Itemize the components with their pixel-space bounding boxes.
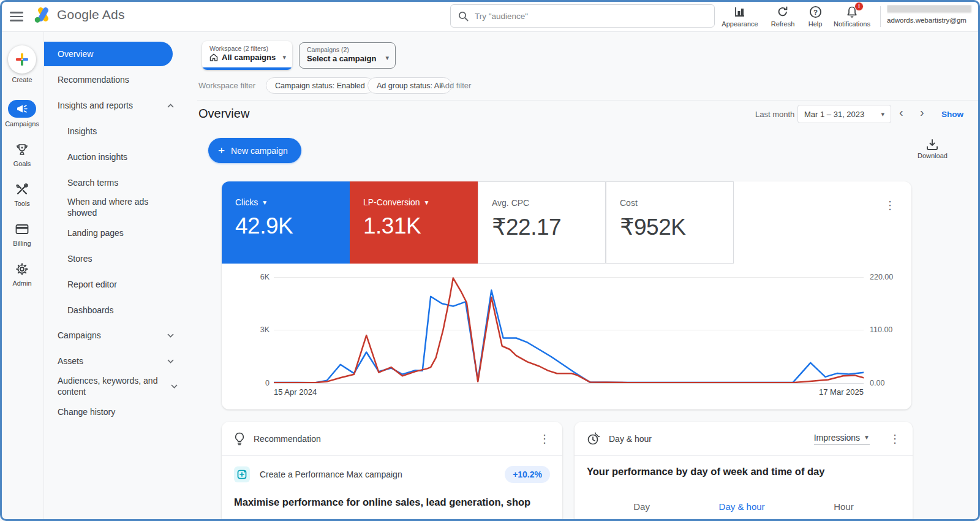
performance-chart-svg [274, 277, 864, 383]
menu-icon[interactable] [10, 9, 23, 23]
chevron-down-icon [167, 359, 174, 363]
nav-item-auction-insights[interactable]: Auction insights [44, 152, 191, 162]
performance-max-icon [234, 466, 250, 482]
workspace-filter-dropdown[interactable]: Workspace (2 filters) All campaigns ▾ [202, 41, 292, 70]
lightbulb-icon [234, 432, 245, 446]
nav-label: Audiences, keywords, and content [58, 375, 168, 397]
day-hour-card: Day & hour Impressions ▼ ⋮ Your performa… [575, 422, 913, 521]
global-search[interactable] [450, 4, 715, 28]
rail-label-campaigns: Campaigns [0, 120, 44, 127]
notifications-button[interactable]: ! Notifications [831, 4, 873, 28]
day-hour-tabs: Day Day & hour Hour [575, 499, 913, 514]
rail-item-campaigns[interactable]: Campaigns [0, 100, 44, 127]
date-prev-button[interactable]: ‹ [899, 105, 903, 120]
new-campaign-button[interactable]: + New campaign [208, 138, 301, 163]
nav-item-recommendations[interactable]: Recommendations [44, 75, 191, 85]
date-next-button[interactable]: › [920, 105, 924, 120]
nav-item-report-editor[interactable]: Report editor [44, 280, 191, 289]
date-range-value: Mar 1 – 31, 2023 [804, 110, 864, 119]
caret-down-icon: ▼ [424, 199, 430, 206]
kebab-menu-icon[interactable]: ⋮ [884, 200, 895, 211]
nav-label: Dashboards [67, 305, 114, 315]
day-hour-card-header: Day & hour Impressions ▼ ⋮ [575, 422, 913, 456]
metric-tile-cost[interactable]: Cost ₹952K [606, 181, 734, 264]
show-link[interactable]: Show [941, 110, 963, 119]
tab-day-and-hour[interactable]: Day & hour [713, 499, 771, 514]
metric-tile-avg-cpc[interactable]: Avg. CPC ₹22.17 [478, 181, 606, 264]
nav-section-assets[interactable]: Assets [44, 356, 191, 366]
account-name-redacted [887, 5, 971, 13]
chevron-down-icon [167, 333, 174, 338]
appearance-button[interactable]: Appearance [718, 4, 761, 28]
create-plus-icon [8, 45, 36, 74]
tools-icon [0, 181, 44, 197]
clock-icon [587, 432, 600, 446]
recommendation-item[interactable]: Create a Performance Max campaign +10.2% [234, 466, 550, 483]
nav-panel: Overview Recommendations Insights and re… [44, 32, 197, 521]
kebab-menu-icon[interactable]: ⋮ [539, 433, 550, 444]
metric-select-dropdown[interactable]: Impressions ▼ [814, 433, 870, 445]
workspace-filter-row-label: Workspace filter [198, 81, 255, 90]
x-axis-end-label: 17 Mar 2025 [741, 387, 864, 397]
nav-item-when-and-where-ads-showed[interactable]: When and where ads showed [44, 196, 191, 218]
caret-down-icon: ▼ [864, 434, 870, 441]
campaign-select-dropdown[interactable]: Campaigns (2) Select a campaign ▾ [299, 42, 396, 69]
nav-item-search-terms[interactable]: Search terms [44, 178, 191, 188]
campaign-select-value: Select a campaign [307, 54, 395, 63]
y-axis-tick-right: 110.00 [870, 325, 892, 334]
add-filter-button[interactable]: Add filter [440, 81, 471, 90]
rail-item-admin[interactable]: Admin [0, 261, 44, 287]
y-axis-tick-right: 220.00 [870, 273, 893, 281]
caret-down-icon: ▾ [881, 110, 884, 118]
appearance-label: Appearance [718, 20, 761, 28]
nav-section-insights-and-reports[interactable]: Insights and reports [44, 101, 191, 110]
metric-tile-clicks[interactable]: Clicks▼ 42.9K [222, 181, 350, 264]
nav-label: Auction insights [67, 152, 127, 162]
nav-item-insights[interactable]: Insights [44, 126, 191, 136]
caret-down-icon: ▾ [385, 54, 389, 62]
date-period-label: Last month [755, 110, 794, 119]
rail-item-goals[interactable]: Goals [0, 142, 44, 167]
metric-value: 42.9K [235, 213, 350, 239]
notification-badge: ! [854, 2, 864, 11]
rail-item-billing[interactable]: Billing [0, 221, 44, 247]
chevron-down-icon [171, 384, 178, 389]
billing-card-icon [0, 221, 44, 237]
gridline-0 [274, 383, 864, 384]
account-email: adwords.webartistry@gm [887, 17, 980, 24]
google-ads-logo-icon [33, 6, 51, 23]
date-range-picker[interactable]: Mar 1 – 31, 2023 ▾ [797, 105, 891, 123]
search-icon [458, 11, 469, 21]
rail-item-tools[interactable]: Tools [0, 181, 44, 207]
metric-tile-lp-conversion[interactable]: LP-Conversion▼ 1.31K [350, 181, 478, 264]
nav-item-overview[interactable]: Overview [44, 42, 173, 66]
page-title: Overview [198, 107, 249, 121]
nav-section-campaigns[interactable]: Campaigns [44, 330, 191, 340]
search-input[interactable] [475, 12, 707, 21]
workspace-filter-value: All campaigns [222, 53, 276, 62]
metric-label: Avg. CPC [492, 198, 529, 208]
topbar-divider [880, 6, 881, 27]
rail-item-create[interactable]: Create [0, 45, 44, 83]
account-menu[interactable]: adwords.webartistry@gm [887, 5, 980, 24]
tab-day[interactable]: Day [627, 499, 656, 514]
nav-label: Change history [58, 407, 115, 417]
nav-item-dashboards[interactable]: Dashboards [44, 305, 191, 315]
nav-section-audiences[interactable]: Audiences, keywords, and content [44, 375, 191, 397]
nav-item-stores[interactable]: Stores [44, 254, 191, 264]
google-ads-logo: Google Ads [33, 6, 125, 23]
filter-chip-campaign-status[interactable]: Campaign status: Enabled [266, 77, 374, 94]
nav-item-change-history[interactable]: Change history [44, 407, 191, 417]
caret-down-icon: ▼ [262, 199, 268, 206]
nav-label: When and where ads showed [67, 196, 175, 218]
nav-label: Insights [67, 126, 97, 136]
metric-select-value: Impressions [814, 433, 860, 443]
nav-item-landing-pages[interactable]: Landing pages [44, 228, 191, 238]
nav-label: Landing pages [67, 228, 124, 238]
recommendation-card: Recommendation ⋮ Create a Performance Ma… [222, 422, 562, 521]
recommendation-item-title: Create a Performance Max campaign [260, 470, 495, 479]
download-button[interactable]: Download [918, 139, 947, 159]
kebab-menu-icon[interactable]: ⋮ [889, 433, 900, 444]
nav-label: Campaigns [58, 330, 101, 340]
tab-hour[interactable]: Hour [827, 499, 860, 514]
